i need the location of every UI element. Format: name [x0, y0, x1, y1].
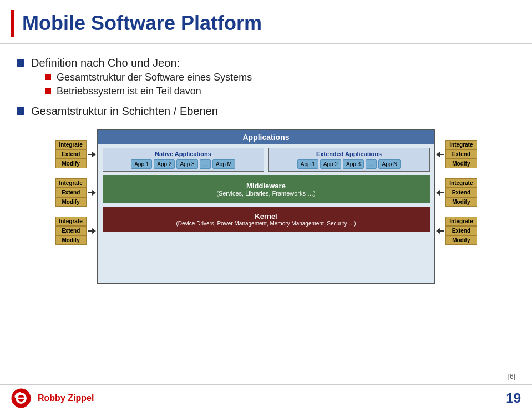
left-label-modify-2: Modify	[55, 197, 87, 207]
middleware-sub: (Services, Libraries, Frameworks …)	[107, 190, 425, 197]
left-label-modify-3: Modify	[55, 235, 87, 245]
right-arrow-1	[436, 152, 444, 157]
left-label-modify-1: Modify	[55, 159, 87, 168]
right-label-modify-2: Modify	[445, 197, 477, 207]
sub-bullet-item-2: Betriebssystem ist ein Teil davon	[45, 86, 252, 97]
extended-app-n: App N	[378, 159, 401, 169]
right-label-integrate-3: Integrate	[445, 217, 477, 226]
right-labels: Integrate Extend Modify Integrate Extend…	[436, 140, 477, 245]
citation: [6]	[508, 373, 515, 380]
native-app-1: App 1	[131, 159, 152, 169]
slide-footer: Robby Zippel 19	[0, 384, 532, 411]
left-label-integrate-3: Integrate	[55, 217, 87, 226]
bullet-text-1: Definition nach Cho und Jeon:	[31, 57, 180, 69]
sub-bullet-text-2: Betriebssystem ist ein Teil davon	[57, 86, 201, 97]
native-apps-group: Native Applications App 1 App 2 App 3 ..…	[103, 148, 264, 172]
header-accent-bar	[11, 10, 14, 37]
sub-bullet-text-1: Gesamtstruktur der Software eines System…	[57, 72, 252, 83]
bullet-item-1: Definition nach Cho und Jeon: Gesamtstru…	[17, 57, 515, 99]
sub-bullet-item-1: Gesamtstruktur der Software eines System…	[45, 72, 252, 83]
left-label-extend-2: Extend	[55, 188, 87, 197]
right-label-modify-3: Modify	[445, 235, 477, 245]
bullet-square-2	[17, 107, 24, 115]
diagram-wrapper: Integrate Extend Modify Integrate Extend…	[17, 129, 515, 284]
apps-row: Native Applications App 1 App 2 App 3 ..…	[98, 144, 434, 175]
native-app-chips: App 1 App 2 App 3 ... App M	[105, 159, 261, 169]
left-label-group-3: Integrate Extend Modify	[55, 217, 96, 245]
right-arrow-3	[436, 228, 444, 234]
right-label-group-2: Integrate Extend Modify	[436, 178, 477, 207]
sub-bullets-1: Gesamtstruktur der Software eines System…	[45, 72, 252, 97]
slide-title: Mobile Software Platform	[22, 12, 262, 35]
slide-content: Definition nach Cho und Jeon: Gesamtstru…	[0, 44, 532, 290]
left-label-extend-1: Extend	[55, 149, 87, 159]
right-label-boxes-1: Integrate Extend Modify	[445, 140, 477, 168]
left-arrow-3	[88, 228, 96, 234]
left-label-group-2: Integrate Extend Modify	[55, 178, 96, 207]
kernel-sub: (Device Drivers, Power Management, Memor…	[107, 220, 425, 227]
right-arrow-2	[436, 190, 444, 196]
left-label-boxes-2: Integrate Extend Modify	[55, 178, 87, 207]
left-label-boxes-1: Integrate Extend Modify	[55, 140, 87, 168]
left-labels: Integrate Extend Modify Integrate Extend…	[55, 140, 96, 245]
applications-header: Applications	[98, 130, 434, 144]
native-app-3: App 3	[176, 159, 197, 169]
bullet-text-2: Gesamtstruktur in Schichten / Ebenen	[31, 105, 218, 118]
middleware-bar: Middleware (Services, Libraries, Framewo…	[103, 175, 430, 203]
right-label-group-3: Integrate Extend Modify	[436, 217, 477, 245]
extended-app-3: App 3	[343, 159, 364, 169]
extended-app-dots: ...	[366, 159, 377, 169]
right-label-extend-2: Extend	[445, 188, 477, 197]
right-label-modify-1: Modify	[445, 159, 477, 168]
main-diagram-box: Applications Native Applications App 1 A…	[97, 129, 435, 284]
diagram-container: Integrate Extend Modify Integrate Extend…	[55, 129, 477, 284]
slide-header: Mobile Software Platform	[0, 0, 532, 44]
native-app-m: App M	[212, 159, 235, 169]
left-label-integrate-2: Integrate	[55, 178, 87, 188]
footer-logo	[11, 388, 31, 408]
native-app-2: App 2	[154, 159, 175, 169]
native-app-dots: ...	[200, 159, 211, 169]
kernel-bar: Kernel (Device Drivers, Power Management…	[103, 207, 430, 232]
bullet-item-2: Gesamtstruktur in Schichten / Ebenen	[17, 105, 515, 118]
middleware-title: Middleware	[107, 182, 425, 190]
left-label-group-1: Integrate Extend Modify	[55, 140, 96, 168]
right-label-integrate-2: Integrate	[445, 178, 477, 188]
kernel-title: Kernel	[107, 212, 425, 220]
bullet-square-1	[17, 59, 24, 67]
footer-author-name: Robby Zippel	[38, 393, 506, 403]
sub-bullet-square-1	[45, 74, 51, 80]
extended-app-chips: App 1 App 2 App 3 ... App N	[271, 159, 427, 169]
extended-apps-title: Extended Applications	[271, 151, 427, 157]
right-label-extend-3: Extend	[445, 226, 477, 235]
right-label-integrate-1: Integrate	[445, 140, 477, 149]
right-label-extend-1: Extend	[445, 149, 477, 159]
left-label-extend-3: Extend	[55, 226, 87, 235]
extended-app-1: App 1	[297, 159, 318, 169]
extended-app-2: App 2	[320, 159, 341, 169]
right-label-boxes-2: Integrate Extend Modify	[445, 178, 477, 207]
left-arrow-1	[88, 152, 96, 157]
native-apps-title: Native Applications	[105, 151, 261, 157]
right-label-group-1: Integrate Extend Modify	[436, 140, 477, 168]
footer-page-number: 19	[506, 390, 521, 406]
extended-apps-group: Extended Applications App 1 App 2 App 3 …	[268, 148, 430, 172]
sub-bullet-square-2	[45, 88, 51, 94]
right-label-boxes-3: Integrate Extend Modify	[445, 217, 477, 245]
left-label-boxes-3: Integrate Extend Modify	[55, 217, 87, 245]
left-label-integrate-1: Integrate	[55, 140, 87, 149]
left-arrow-2	[88, 190, 96, 196]
